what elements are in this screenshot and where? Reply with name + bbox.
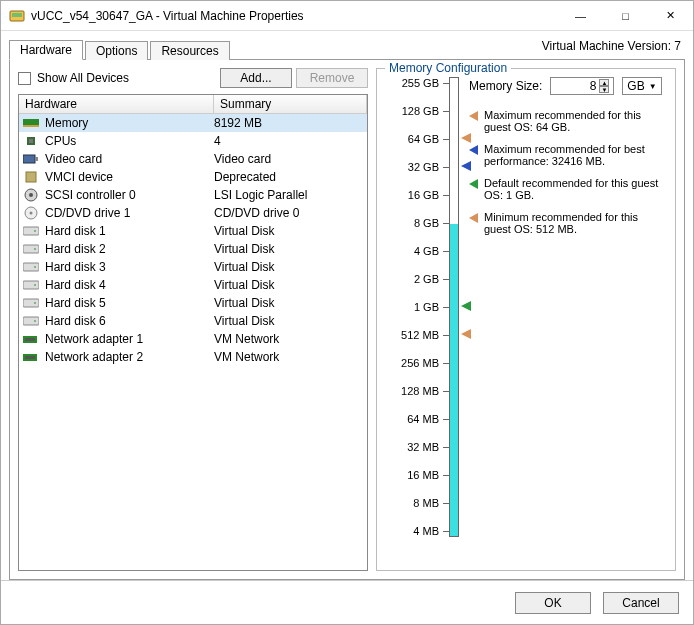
slider-tick-label: 4 MB	[413, 525, 439, 537]
svg-rect-26	[25, 338, 35, 341]
hw-name: SCSI controller 0	[45, 188, 136, 202]
svg-point-16	[34, 248, 36, 250]
hw-name: CPUs	[45, 134, 76, 148]
slider-tick-label: 32 GB	[408, 161, 439, 173]
svg-rect-1	[12, 13, 22, 17]
hdd-icon	[23, 242, 39, 256]
window-controls: — □ ✕	[558, 1, 693, 30]
hdd-icon	[23, 296, 39, 310]
table-row[interactable]: Memory8192 MB	[19, 114, 367, 132]
svg-point-12	[30, 212, 33, 215]
maximize-button[interactable]: □	[603, 1, 648, 30]
hw-summary: Deprecated	[214, 170, 363, 184]
slider-tick-label: 64 MB	[407, 413, 439, 425]
hw-name: Hard disk 3	[45, 260, 106, 274]
remove-button[interactable]: Remove	[296, 68, 368, 88]
triangle-icon	[469, 179, 478, 189]
slider-tick-label: 4 GB	[414, 245, 439, 257]
svg-point-18	[34, 266, 36, 268]
hw-summary: VM Network	[214, 350, 363, 364]
table-row[interactable]: Hard disk 4Virtual Disk	[19, 276, 367, 294]
table-row[interactable]: Hard disk 1Virtual Disk	[19, 222, 367, 240]
hw-name: Network adapter 1	[45, 332, 143, 346]
table-row[interactable]: Hard disk 5Virtual Disk	[19, 294, 367, 312]
hdd-icon	[23, 314, 39, 328]
svg-rect-8	[26, 172, 36, 182]
hw-summary: LSI Logic Parallel	[214, 188, 363, 202]
table-row[interactable]: VMCI deviceDeprecated	[19, 168, 367, 186]
hw-summary: VM Network	[214, 332, 363, 346]
memory-config-legend: Memory Configuration	[385, 61, 511, 75]
svg-rect-28	[25, 356, 35, 359]
table-row[interactable]: Hard disk 3Virtual Disk	[19, 258, 367, 276]
slider-tick-label: 2 GB	[414, 273, 439, 285]
slider-tick-label: 256 MB	[401, 357, 439, 369]
slider-marker-max_guest	[461, 132, 471, 146]
memory-config-fieldset: Memory Configuration 255 GB128 GB64 GB32…	[376, 68, 676, 571]
svg-point-10	[29, 193, 33, 197]
hw-name: Hard disk 2	[45, 242, 106, 256]
table-row[interactable]: SCSI controller 0LSI Logic Parallel	[19, 186, 367, 204]
tab-hardware[interactable]: Hardware	[9, 40, 83, 60]
hw-summary: CD/DVD drive 0	[214, 206, 363, 220]
memory-descriptions: Memory Size: 8 ▲▼ GB▼	[469, 77, 667, 562]
hardware-table-body: Memory8192 MBCPUs4Video cardVideo cardVM…	[19, 114, 367, 570]
table-row[interactable]: Network adapter 1VM Network	[19, 330, 367, 348]
memory-config-column: Memory Configuration 255 GB128 GB64 GB32…	[376, 68, 676, 571]
tab-options[interactable]: Options	[85, 41, 148, 60]
memory-size-input[interactable]: 8 ▲▼	[550, 77, 614, 95]
svg-rect-17	[23, 263, 39, 271]
col-hardware[interactable]: Hardware	[19, 95, 214, 113]
cpu-icon	[23, 134, 39, 148]
slider-tick-label: 64 GB	[408, 133, 439, 145]
svg-marker-31	[461, 301, 471, 311]
slider-tick-label: 16 MB	[407, 469, 439, 481]
svg-rect-3	[23, 125, 39, 127]
memory-size-unit-select[interactable]: GB▼	[622, 77, 661, 95]
close-button[interactable]: ✕	[648, 1, 693, 30]
titlebar: vUCC_v54_30647_GA - Virtual Machine Prop…	[1, 1, 693, 31]
col-summary[interactable]: Summary	[214, 95, 367, 113]
minimize-button[interactable]: —	[558, 1, 603, 30]
memory-size-label: Memory Size:	[469, 79, 542, 93]
svg-point-20	[34, 284, 36, 286]
hw-summary: Virtual Disk	[214, 296, 363, 310]
table-row[interactable]: Hard disk 2Virtual Disk	[19, 240, 367, 258]
svg-point-24	[34, 320, 36, 322]
hw-name: Video card	[45, 152, 102, 166]
hw-summary: Virtual Disk	[214, 314, 363, 328]
svg-rect-19	[23, 281, 39, 289]
ok-button[interactable]: OK	[515, 592, 591, 614]
slider-tick-label: 512 MB	[401, 329, 439, 341]
slider-tick-label: 128 GB	[402, 105, 439, 117]
triangle-icon	[469, 213, 478, 223]
hw-name: CD/DVD drive 1	[45, 206, 130, 220]
add-button[interactable]: Add...	[220, 68, 292, 88]
hw-name: VMCI device	[45, 170, 113, 184]
slider-tick-label: 8 GB	[414, 217, 439, 229]
hw-name: Hard disk 4	[45, 278, 106, 292]
svg-rect-13	[23, 227, 39, 235]
dialog-footer: OK Cancel	[1, 580, 693, 624]
hw-summary: Virtual Disk	[214, 224, 363, 238]
slider-marker-min_guest	[461, 328, 471, 342]
slider-marker-default	[461, 300, 471, 314]
slider-tick-label: 255 GB	[402, 77, 439, 89]
tab-resources[interactable]: Resources	[150, 41, 229, 60]
table-row[interactable]: CD/DVD drive 1CD/DVD drive 0	[19, 204, 367, 222]
table-row[interactable]: CPUs4	[19, 132, 367, 150]
table-row[interactable]: Network adapter 2VM Network	[19, 348, 367, 366]
slider-tick-label: 128 MB	[401, 385, 439, 397]
hw-name: Hard disk 1	[45, 224, 106, 238]
svg-rect-5	[29, 139, 33, 143]
memory-size-spinner[interactable]: ▲▼	[599, 79, 609, 93]
memory-slider[interactable]: 255 GB128 GB64 GB32 GB16 GB8 GB4 GB2 GB1…	[385, 77, 459, 562]
table-row[interactable]: Hard disk 6Virtual Disk	[19, 312, 367, 330]
table-row[interactable]: Video cardVideo card	[19, 150, 367, 168]
slider-tick-label: 16 GB	[408, 189, 439, 201]
cancel-button[interactable]: Cancel	[603, 592, 679, 614]
scsi-icon	[23, 188, 39, 202]
svg-marker-29	[461, 133, 471, 143]
show-all-devices-checkbox[interactable]	[18, 72, 31, 85]
svg-rect-2	[23, 119, 39, 125]
